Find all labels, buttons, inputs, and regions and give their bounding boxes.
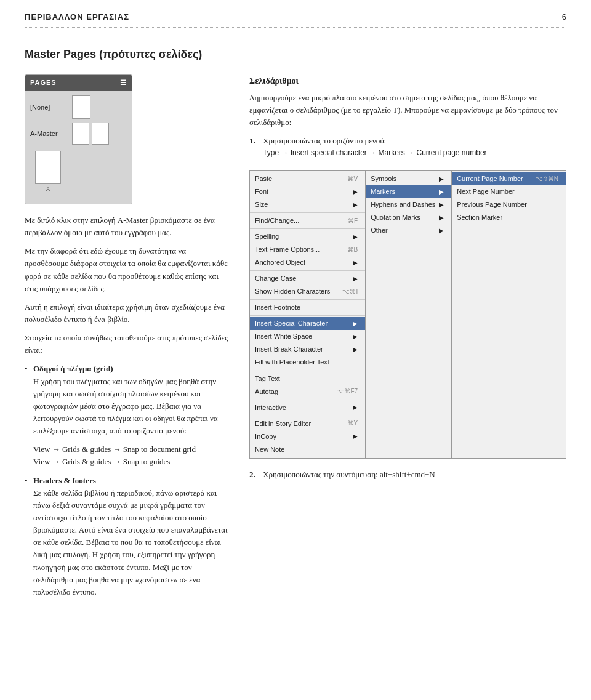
- menu-hyphens-arrow: ▶: [439, 200, 444, 210]
- menu-insertwhite-label: Insert White Space: [255, 331, 312, 342]
- pages-panel-title: PAGES: [30, 78, 57, 88]
- menu-insertspecial[interactable]: Insert Special Character ▶: [250, 317, 365, 330]
- left-column: PAGES ☰ [None] A-Master: [25, 74, 230, 605]
- menu-font-label: Font: [255, 187, 268, 197]
- menu-div7: [250, 400, 365, 400]
- menu-div4: [250, 299, 365, 300]
- menu-interactive-arrow: ▶: [353, 403, 358, 412]
- menu-size-arrow: ▶: [353, 200, 358, 210]
- menu-nextpage: Next Page Number: [452, 185, 566, 198]
- amaster-thumbs: [72, 123, 109, 145]
- amaster-thumb-left: [72, 123, 89, 145]
- menu-font-arrow: ▶: [353, 187, 358, 197]
- menu-storyeditor: Edit in Story Editor ⌘Y: [250, 417, 365, 430]
- menu-changecase-arrow: ▶: [353, 274, 358, 284]
- menu-insertbreak-arrow: ▶: [353, 345, 358, 355]
- menu-font: Font ▶: [250, 185, 365, 198]
- bullet-headers-text: Σε κάθε σελίδα βιβλίου ή περιοδικού, πάν…: [33, 487, 230, 598]
- menu-newnote-label: New Note: [255, 445, 284, 455]
- menu-autotag-label: Autotag: [255, 387, 278, 397]
- menu-storyeditor-shortcut: ⌘Y: [347, 419, 358, 428]
- menu-other-arrow: ▶: [439, 226, 444, 236]
- left-para3: Αυτή η επιλογή είναι ιδιαίτερα χρήσιμη ό…: [25, 301, 230, 326]
- menu-markers-arrow: ▶: [439, 187, 444, 197]
- menu-insertspecial-label: Insert Special Character: [255, 318, 328, 329]
- menu-spelling: Spelling ▶: [250, 230, 365, 243]
- menu-quotes-label: Quotation Marks: [371, 212, 420, 223]
- section-title: Master Pages (πρότυπες σελίδες): [25, 46, 566, 63]
- type-path: Type → Insert special character → Marker…: [263, 147, 486, 159]
- amaster-thumb-right: [92, 123, 109, 145]
- menu-newnote: New Note: [250, 443, 365, 456]
- page-a-box: [35, 151, 61, 184]
- menu-autotag-shortcut: ⌥⌘F7: [337, 387, 358, 396]
- menu-prevpage: Previous Page Number: [452, 198, 566, 211]
- num-1: 1.: [249, 135, 258, 164]
- menu-markers-label: Markers: [371, 187, 395, 197]
- bullet-headers-title: Headers & footers: [33, 476, 96, 485]
- pages-panel-header: PAGES ☰: [25, 75, 132, 91]
- page-a-label: A: [46, 185, 50, 194]
- page-a-thumb: A: [35, 151, 61, 194]
- num-2-text: Χρησιμοποιώντας την συντόμευση: alt+shif…: [263, 470, 435, 479]
- menu-div6: [250, 371, 365, 371]
- numbered-item-2: 2. Χρησιμοποιώντας την συντόμευση: alt+s…: [249, 469, 566, 481]
- menu-showhidden-shortcut: ⌥⌘I: [342, 287, 358, 297]
- menu-spelling-arrow: ▶: [353, 232, 358, 242]
- menu-find-shortcut: ⌘F: [348, 216, 358, 226]
- bullet-headers: Headers & footers Σε κάθε σελίδα βιβλίου…: [25, 475, 230, 598]
- pages-row: A: [30, 148, 127, 199]
- menu-other-label: Other: [371, 225, 388, 236]
- left-para2: Με την διαφορά ότι εδώ έχουμε τη δυνατότ…: [25, 245, 230, 295]
- menu-currentpage-shortcut: ⌥⇧⌘N: [536, 174, 558, 184]
- menu-changecase: Change Case ▶: [250, 272, 365, 285]
- path2: View → Grids & guides → Snap to guides: [33, 456, 230, 468]
- document-title: ΠΕΡΙΒΑΛΛΟΝ ΕΡΓΑΣΙΑΣ: [25, 11, 129, 23]
- menu-quotes-arrow: ▶: [439, 213, 444, 223]
- num-1-content: Χρησιμοποιώντας το οριζόντιο μενού: Type…: [263, 135, 486, 164]
- menu-interactive-label: Interactive: [255, 403, 286, 413]
- menu-markers[interactable]: Markers ▶: [366, 185, 451, 198]
- menu-symbols-label: Symbols: [371, 174, 396, 184]
- pages-panel-header-icons: ☰: [120, 78, 127, 88]
- panel-menu-icon: ☰: [120, 78, 127, 88]
- right-para1: Δημιουργούμε ένα μικρό πλαίσιο κειμένου …: [249, 92, 566, 129]
- menu-symbols-arrow: ▶: [439, 174, 444, 184]
- menu-anchored-arrow: ▶: [353, 258, 358, 268]
- num-1-text: Χρησιμοποιώντας το οριζόντιο μενού:: [263, 135, 486, 147]
- menu-fillplaceholder-label: Fill with Placeholder Text: [255, 357, 329, 368]
- menu-other: Other ▶: [366, 224, 451, 237]
- right-column: Σελιδάριθμοι Δημιουργούμε ένα μικρό πλαί…: [249, 74, 566, 605]
- menu-div1: [250, 212, 365, 213]
- menu-div8: [250, 416, 365, 416]
- amaster-label: A-Master: [30, 129, 67, 139]
- menu-col2: Symbols ▶ Markers ▶ Hyphens and Dashes ▶…: [366, 170, 452, 459]
- page: ΠΕΡΙΒΑΛΛΟΝ ΕΡΓΑΣΙΑΣ 6 Master Pages (πρότ…: [0, 0, 591, 700]
- menu-anchored-label: Anchored Object: [255, 257, 305, 268]
- menu-find: Find/Change... ⌘F: [250, 214, 365, 227]
- menu-quotes: Quotation Marks ▶: [366, 211, 451, 224]
- menu-changecase-label: Change Case: [255, 273, 296, 284]
- menu-div5: [250, 315, 365, 316]
- none-row: [None]: [30, 95, 127, 119]
- menu-insertwhite-arrow: ▶: [353, 332, 358, 342]
- menu-currentpage[interactable]: Current Page Number ⌥⇧⌘N: [452, 172, 566, 185]
- top-bar: ΠΕΡΙΒΑΛΛΟΝ ΕΡΓΑΣΙΑΣ 6: [25, 11, 566, 28]
- menu-insertwhite: Insert White Space ▶: [250, 330, 365, 343]
- menu-storyeditor-label: Edit in Story Editor: [255, 419, 311, 429]
- menu-spelling-label: Spelling: [255, 231, 279, 242]
- menu-screenshot: Paste ⌘V Font ▶ Size ▶ Find/Change... ⌘: [249, 170, 566, 459]
- bullet-grid-title: Οδηγοί ή πλέγμα (grid): [33, 364, 113, 373]
- menu-paste-shortcut: ⌘V: [347, 174, 358, 184]
- menu-sectionmarker: Section Marker: [452, 211, 566, 224]
- numbered-item-1: 1. Χρησιμοποιώντας το οριζόντιο μενού: T…: [249, 135, 566, 164]
- menu-insertspecial-arrow: ▶: [353, 319, 358, 329]
- num-2-content: Χρησιμοποιώντας την συντόμευση: alt+shif…: [263, 469, 435, 481]
- menu-prevpage-label: Previous Page Number: [457, 199, 527, 210]
- menu-size: Size ▶: [250, 198, 365, 211]
- menu-insertfootnote-label: Insert Footnote: [255, 302, 300, 313]
- menu-nextpage-label: Next Page Number: [457, 187, 515, 197]
- menu-hyphens: Hyphens and Dashes ▶: [366, 198, 451, 211]
- path1: View → Grids & guides → Snap to document…: [33, 443, 230, 456]
- num-2: 2.: [249, 469, 258, 481]
